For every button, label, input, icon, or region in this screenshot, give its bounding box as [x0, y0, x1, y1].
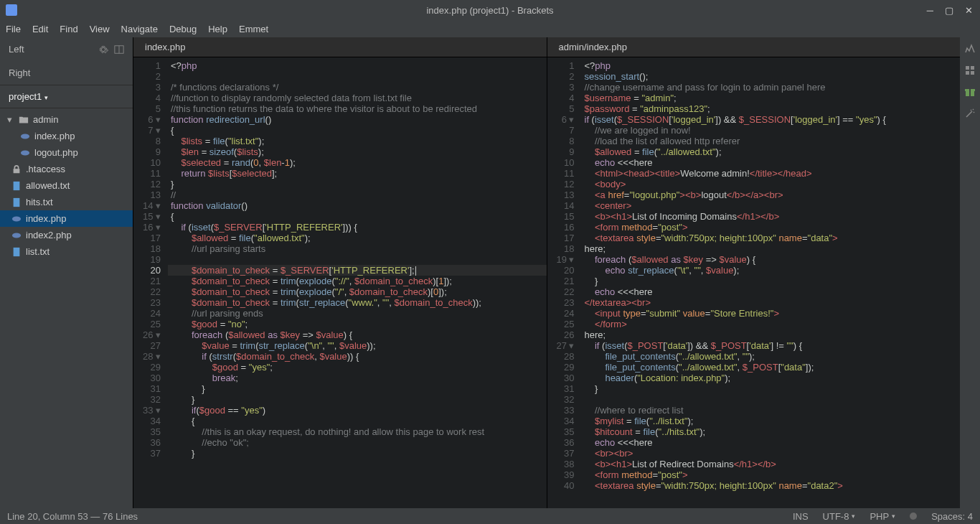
tab-left[interactable]: index.php	[133, 37, 547, 57]
close-button[interactable]: ✕	[965, 5, 973, 16]
menu-edit[interactable]: Edit	[32, 24, 48, 34]
php-file-icon	[20, 148, 30, 158]
split-icon[interactable]	[114, 45, 124, 55]
code-right[interactable]: <?phpsession_start();//change username a…	[582, 57, 961, 508]
svg-point-7	[12, 216, 21, 221]
status-encoding[interactable]: UTF-8 ▾	[823, 511, 856, 522]
svg-rect-12	[966, 71, 969, 75]
app-icon	[6, 4, 17, 16]
tree-file-index2[interactable]: index2.php	[0, 227, 133, 243]
folder-icon	[19, 115, 29, 125]
editor-right: admin/index.php 123456 ▾7891011121314151…	[547, 37, 961, 508]
tree-file-admin-logout[interactable]: logout.php	[0, 144, 133, 161]
txt-file-icon	[11, 181, 22, 191]
code-left[interactable]: <?php/* functions declarations *///funct…	[168, 57, 547, 508]
editor-left: index.php 123456 ▾7 ▾891011121314 ▾15 ▾1…	[133, 37, 547, 508]
menu-view[interactable]: View	[90, 24, 110, 34]
minimize-button[interactable]: ─	[927, 5, 933, 16]
svg-point-2	[21, 134, 29, 139]
status-cursor-pos[interactable]: Line 20, Column 53 — 76 Lines	[7, 511, 138, 522]
working-set-left-label: Left	[9, 44, 24, 55]
file-tree: ▾admin index.php logout.php .htaccess al…	[0, 108, 133, 508]
project-selector[interactable]: project1 ▾	[0, 85, 133, 108]
maximize-button[interactable]: ▢	[945, 5, 953, 16]
svg-point-8	[12, 233, 21, 238]
menu-debug[interactable]: Debug	[169, 24, 197, 34]
gutter-left: 123456 ▾7 ▾891011121314 ▾15 ▾16 ▾1718192…	[133, 57, 168, 508]
extensions-icon[interactable]	[964, 65, 976, 76]
menu-help[interactable]: Help	[208, 24, 227, 34]
svg-rect-4	[14, 169, 20, 173]
lock-icon	[11, 164, 22, 174]
sidebar: Left Right project1 ▾ ▾admin index.php l…	[0, 37, 133, 508]
php-file-icon	[11, 230, 22, 240]
gutter-right: 123456 ▾78910111213141516171819 ▾2021222…	[547, 57, 582, 508]
php-file-icon	[11, 214, 22, 224]
php-file-icon	[20, 131, 30, 141]
gift-icon[interactable]	[964, 86, 976, 98]
gear-icon[interactable]	[98, 45, 108, 55]
menubar: File Edit Find View Navigate Debug Help …	[0, 20, 980, 37]
live-preview-icon[interactable]	[964, 43, 976, 55]
svg-rect-13	[971, 71, 974, 75]
status-spaces[interactable]: Spaces: 4	[931, 511, 973, 522]
txt-file-icon	[11, 197, 22, 207]
code-area-left[interactable]: 123456 ▾7 ▾891011121314 ▾15 ▾16 ▾1718192…	[133, 57, 547, 508]
window-controls: ─ ▢ ✕	[927, 5, 980, 16]
status-indicator-icon[interactable]	[910, 513, 917, 520]
statusbar: Line 20, Column 53 — 76 Lines INS UTF-8 …	[0, 508, 980, 524]
svg-rect-11	[971, 66, 974, 70]
rightbar	[960, 37, 980, 508]
tree-file-list[interactable]: list.txt	[0, 243, 133, 260]
tree-file-htaccess[interactable]: .htaccess	[0, 161, 133, 177]
tree-file-hits[interactable]: hits.txt	[0, 194, 133, 210]
working-set-left[interactable]: Left	[0, 37, 133, 61]
tree-file-allowed[interactable]: allowed.txt	[0, 177, 133, 194]
menu-find[interactable]: Find	[60, 24, 77, 34]
svg-point-3	[21, 150, 29, 155]
tab-right[interactable]: admin/index.php	[547, 37, 961, 57]
working-set-right-label: Right	[9, 67, 30, 78]
svg-rect-10	[966, 66, 969, 70]
txt-file-icon	[11, 247, 22, 257]
svg-rect-16	[969, 88, 971, 96]
titlebar: index.php (project1) - Brackets ─ ▢ ✕	[0, 0, 980, 20]
svg-rect-5	[14, 181, 20, 190]
menu-emmet[interactable]: Emmet	[239, 24, 268, 34]
working-set-right[interactable]: Right	[0, 61, 133, 85]
svg-rect-9	[14, 247, 20, 256]
tree-file-index[interactable]: index.php	[0, 210, 133, 227]
svg-rect-6	[14, 197, 20, 206]
code-area-right[interactable]: 123456 ▾78910111213141516171819 ▾2021222…	[547, 57, 961, 508]
tree-folder-admin[interactable]: ▾admin	[0, 111, 133, 128]
tree-file-admin-index[interactable]: index.php	[0, 128, 133, 144]
window-title: index.php (project1) - Brackets	[426, 5, 553, 16]
status-ins[interactable]: INS	[793, 511, 809, 522]
menu-navigate[interactable]: Navigate	[121, 24, 158, 34]
wand-icon[interactable]	[964, 108, 976, 119]
status-lang[interactable]: PHP ▾	[870, 511, 895, 522]
menu-file[interactable]: File	[6, 24, 21, 34]
